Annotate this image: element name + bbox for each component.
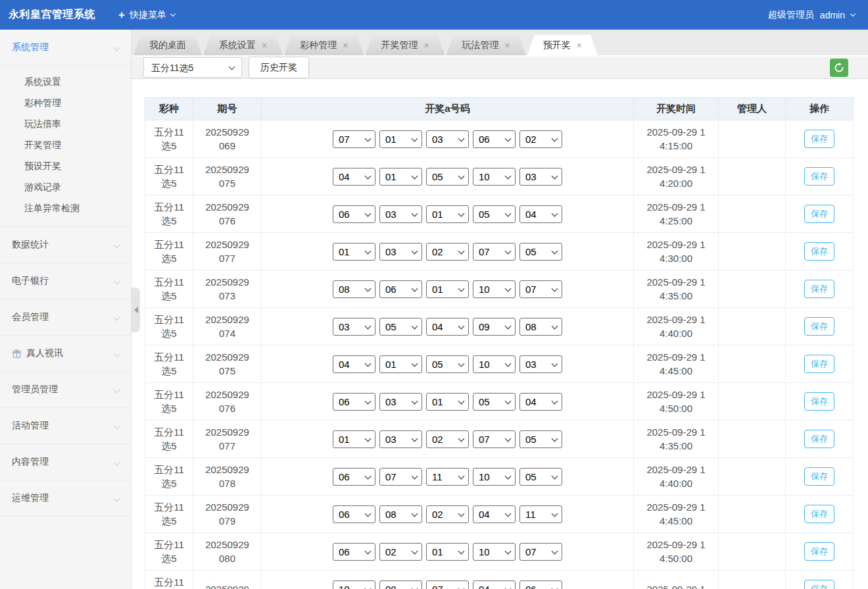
number-select[interactable]: 03: [519, 355, 562, 373]
number-select[interactable]: 02: [426, 243, 469, 261]
number-select[interactable]: 03: [426, 130, 469, 148]
save-button[interactable]: 保存: [804, 430, 834, 448]
number-select[interactable]: 04: [426, 318, 469, 336]
save-button[interactable]: 保存: [804, 542, 834, 561]
sidebar-group[interactable]: 会员管理: [0, 299, 131, 336]
number-select[interactable]: 02: [379, 543, 422, 561]
number-select[interactable]: 04: [473, 505, 516, 523]
number-select[interactable]: 06: [519, 580, 562, 589]
number-select[interactable]: 09: [473, 318, 516, 336]
number-select[interactable]: 01: [426, 543, 469, 561]
sidebar-group[interactable]: 电子银行: [0, 263, 131, 299]
sidebar-collapse-handle[interactable]: [132, 288, 140, 332]
sidebar-sub-item[interactable]: 彩种管理: [0, 92, 131, 113]
number-select[interactable]: 01: [333, 243, 375, 261]
number-select[interactable]: 05: [473, 205, 516, 223]
number-select[interactable]: 04: [519, 393, 562, 411]
number-select[interactable]: 06: [333, 468, 375, 486]
number-select[interactable]: 01: [379, 355, 422, 373]
lottery-select[interactable]: 五分11选5: [143, 57, 242, 78]
close-icon[interactable]: ×: [505, 41, 510, 50]
close-icon[interactable]: ×: [262, 41, 267, 50]
number-select[interactable]: 01: [426, 280, 469, 298]
sidebar-sub-item[interactable]: 系统设置: [0, 71, 131, 92]
number-select[interactable]: 05: [379, 318, 422, 336]
save-button[interactable]: 保存: [804, 355, 834, 373]
tab[interactable]: 彩种管理 ×: [284, 35, 364, 55]
number-select[interactable]: 08: [379, 505, 422, 523]
number-select[interactable]: 03: [379, 205, 422, 223]
save-button[interactable]: 保存: [804, 242, 834, 261]
number-select[interactable]: 10: [473, 543, 516, 561]
save-button[interactable]: 保存: [804, 505, 834, 523]
save-button[interactable]: 保存: [804, 167, 834, 186]
number-select[interactable]: 05: [519, 430, 562, 448]
tab[interactable]: 开奖管理 ×: [365, 35, 445, 55]
sidebar-sub-item[interactable]: 预设开奖: [0, 155, 131, 176]
close-icon[interactable]: ×: [423, 41, 429, 50]
number-select[interactable]: 06: [333, 205, 375, 223]
sidebar-sub-item[interactable]: 开奖管理: [0, 134, 131, 155]
refresh-button[interactable]: [830, 59, 848, 77]
number-select[interactable]: 05: [519, 243, 562, 261]
number-select[interactable]: 06: [473, 130, 516, 148]
sidebar-group[interactable]: 管理员管理: [0, 372, 131, 408]
number-select[interactable]: 07: [379, 468, 422, 486]
number-select[interactable]: 06: [333, 543, 375, 561]
number-select[interactable]: 07: [519, 280, 562, 298]
sidebar-group[interactable]: 数据统计: [0, 227, 131, 263]
close-icon[interactable]: ×: [343, 41, 348, 50]
number-select[interactable]: 07: [473, 430, 516, 448]
sidebar-sub-item[interactable]: 玩法倍率: [0, 113, 131, 134]
number-select[interactable]: 10: [473, 468, 516, 486]
number-select[interactable]: 06: [333, 393, 375, 411]
save-button[interactable]: 保存: [804, 205, 834, 223]
number-select[interactable]: 11: [519, 505, 562, 523]
number-select[interactable]: 07: [519, 543, 562, 561]
number-select[interactable]: 04: [473, 580, 516, 589]
sidebar-sub-item[interactable]: 注单异常检测: [0, 197, 131, 218]
save-button[interactable]: 保存: [804, 392, 834, 411]
number-select[interactable]: 03: [519, 168, 562, 186]
save-button[interactable]: 保存: [804, 467, 834, 486]
number-select[interactable]: 10: [473, 280, 516, 298]
close-icon[interactable]: ×: [577, 41, 582, 50]
number-select[interactable]: 03: [379, 393, 422, 411]
tab[interactable]: 我的桌面 ×: [133, 35, 202, 55]
number-select[interactable]: 06: [379, 280, 422, 298]
sidebar-sub-item[interactable]: 游戏记录: [0, 176, 131, 197]
number-select[interactable]: 05: [426, 355, 469, 373]
number-select[interactable]: 07: [333, 130, 375, 148]
history-button[interactable]: 历史开奖: [249, 57, 309, 78]
number-select[interactable]: 08: [379, 580, 422, 589]
user-menu[interactable]: 超级管理员 admin: [768, 9, 868, 21]
number-select[interactable]: 01: [379, 168, 422, 186]
number-select[interactable]: 03: [379, 430, 422, 448]
number-select[interactable]: 11: [426, 468, 469, 486]
sidebar-group[interactable]: 活动管理: [0, 408, 131, 444]
number-select[interactable]: 01: [426, 205, 469, 223]
number-select[interactable]: 10: [473, 168, 516, 186]
quick-menu-button[interactable]: + 快捷菜单: [118, 9, 175, 21]
save-button[interactable]: 保存: [804, 130, 834, 148]
number-select[interactable]: 03: [333, 318, 375, 336]
number-select[interactable]: 03: [379, 243, 422, 261]
number-select[interactable]: 10: [333, 580, 375, 589]
number-select[interactable]: 07: [426, 580, 469, 589]
sidebar-group[interactable]: 内容管理: [0, 444, 131, 480]
sidebar-group[interactable]: 真人视讯: [0, 336, 131, 372]
number-select[interactable]: 05: [426, 168, 469, 186]
sidebar-group[interactable]: 系统管理: [0, 30, 131, 66]
number-select[interactable]: 08: [519, 318, 562, 336]
number-select[interactable]: 02: [426, 505, 469, 523]
save-button[interactable]: 保存: [804, 280, 834, 298]
number-select[interactable]: 04: [333, 355, 375, 373]
number-select[interactable]: 05: [473, 393, 516, 411]
tab[interactable]: 预开奖 ×: [527, 35, 598, 55]
number-select[interactable]: 07: [473, 243, 516, 261]
number-select[interactable]: 01: [379, 130, 422, 148]
number-select[interactable]: 01: [426, 393, 469, 411]
sidebar-group[interactable]: 运维管理: [0, 480, 131, 517]
number-select[interactable]: 06: [333, 505, 375, 523]
number-select[interactable]: 02: [426, 430, 469, 448]
